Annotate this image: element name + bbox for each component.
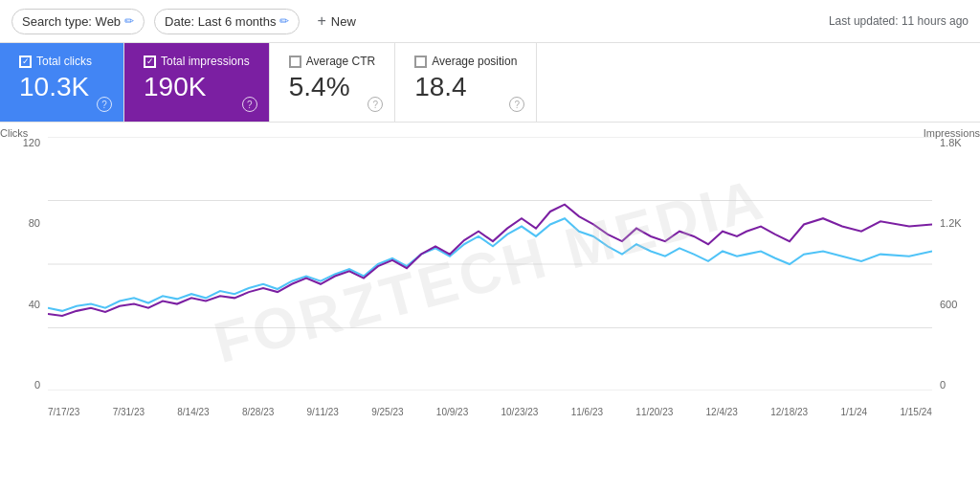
checkbox-ctr [289, 56, 301, 68]
impressions-label-text: Total impressions [161, 55, 250, 68]
x-label-2: 7/31/23 [113, 407, 145, 417]
checkbox-impressions: ✓ [144, 56, 156, 68]
new-label: New [331, 14, 356, 29]
impressions-value: 190K [144, 74, 250, 100]
x-label-1: 7/17/23 [48, 407, 79, 417]
x-label-9: 11/6/23 [571, 407, 603, 417]
y-axis-left: 120 80 40 0 [0, 137, 48, 391]
x-label-11: 12/4/23 [706, 407, 738, 417]
y-left-tick-4: 0 [34, 379, 40, 391]
y-right-tick-4: 0 [940, 379, 946, 391]
x-label-6: 9/25/23 [371, 407, 403, 417]
last-updated-text: Last updated: 11 hours ago [829, 14, 969, 28]
metric-label-position: Average position [414, 55, 517, 68]
edit-icon: ✏ [124, 14, 134, 28]
search-type-button[interactable]: Search type: Web ✏ [11, 9, 145, 34]
metric-card-average-ctr[interactable]: Average CTR 5.4% ? [270, 43, 395, 122]
x-axis-labels: 7/17/23 7/31/23 8/14/23 8/28/23 9/11/23 … [48, 407, 932, 417]
x-label-14: 1/15/24 [900, 407, 931, 417]
metric-label-clicks: ✓ Total clicks [19, 55, 104, 68]
date-range-label: Date: Last 6 months [165, 14, 276, 29]
y-right-tick-3: 600 [940, 299, 957, 310]
y-left-tick-2: 80 [29, 217, 40, 229]
ctr-label-text: Average CTR [306, 55, 375, 68]
clicks-help-icon[interactable]: ? [97, 97, 112, 112]
metric-label-ctr: Average CTR [289, 55, 375, 68]
position-value: 18.4 [414, 74, 517, 100]
x-label-10: 11/20/23 [635, 407, 673, 417]
x-label-13: 1/1/24 [840, 407, 867, 417]
y-left-tick-3: 40 [29, 299, 40, 310]
search-type-label: Search type: Web [22, 14, 121, 29]
x-label-7: 10/9/23 [436, 407, 468, 417]
ctr-value: 5.4% [289, 74, 375, 100]
y-right-tick-2: 1.2K [940, 217, 962, 229]
clicks-value: 10.3K [19, 74, 104, 100]
plus-icon: + [317, 12, 325, 30]
chart-area: Clicks Impressions 120 80 40 0 1.8K 1.2K… [0, 123, 980, 419]
checkbox-position [414, 56, 427, 68]
edit-icon-date: ✏ [279, 14, 289, 28]
impressions-line [48, 205, 932, 316]
ctr-help-icon[interactable]: ? [368, 97, 383, 112]
y-right-tick-1: 1.8K [940, 137, 962, 148]
metric-card-average-position[interactable]: Average position 18.4 ? [395, 43, 537, 122]
impressions-help-icon[interactable]: ? [242, 97, 257, 112]
x-label-12: 12/18/23 [770, 407, 808, 417]
toolbar: Search type: Web ✏ Date: Last 6 months ✏… [0, 0, 980, 43]
metric-card-total-clicks[interactable]: ✓ Total clicks 10.3K ? [0, 43, 124, 122]
metric-label-impressions: ✓ Total impressions [144, 55, 250, 68]
metrics-row: ✓ Total clicks 10.3K ? ✓ Total impressio… [0, 43, 980, 123]
x-label-5: 9/11/23 [307, 407, 339, 417]
date-range-button[interactable]: Date: Last 6 months ✏ [154, 9, 300, 34]
clicks-label-text: Total clicks [36, 55, 92, 68]
chart-svg [48, 137, 932, 391]
x-label-4: 8/28/23 [242, 407, 274, 417]
checkbox-clicks: ✓ [19, 56, 32, 68]
position-label-text: Average position [432, 55, 517, 68]
x-label-8: 10/23/23 [501, 407, 538, 417]
y-axis-right: 1.8K 1.2K 600 0 [932, 137, 980, 391]
new-button[interactable]: + New [309, 8, 363, 34]
metric-card-total-impressions[interactable]: ✓ Total impressions 190K ? [124, 43, 270, 122]
x-label-3: 8/14/23 [177, 407, 209, 417]
position-help-icon[interactable]: ? [509, 97, 524, 112]
y-left-tick-1: 120 [23, 137, 40, 148]
